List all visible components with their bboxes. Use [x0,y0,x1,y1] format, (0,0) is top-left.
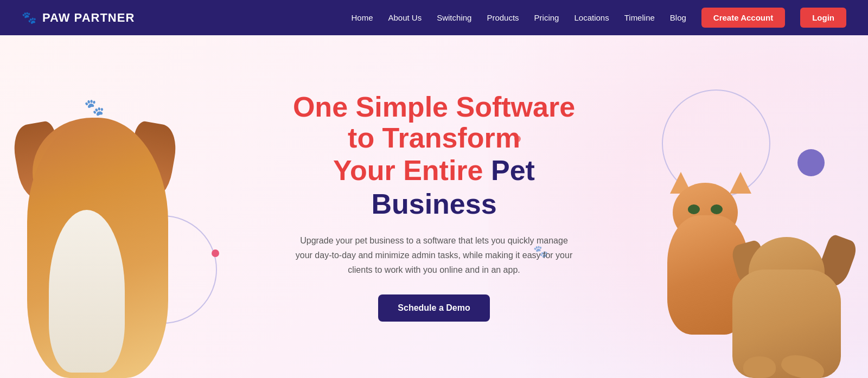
hero-content: One Simple Software to Transform Your En… [266,70,602,344]
paw-icon: 🐾 [22,11,37,25]
nav-pricing[interactable]: Pricing [534,13,559,22]
puppy-paw-left [743,356,776,378]
nav-switching[interactable]: Switching [437,13,471,22]
login-button[interactable]: Login [800,8,846,28]
hero-title-line2-red: Your Entire [333,155,491,186]
brand-name: PAW PARTNER [42,11,135,25]
cat-eye-right [711,204,723,214]
puppy-body [732,270,841,378]
pets-illustration-right [608,53,868,378]
cat-eye-left [688,204,700,214]
create-account-button[interactable]: Create Account [701,8,785,28]
hero-section: 🐾 🐾 One Simple Software to Transform You… [0,35,868,378]
brand-logo[interactable]: 🐾 PAW PARTNER [22,11,135,25]
dog-illustration [0,42,217,378]
nav-locations[interactable]: Locations [574,13,609,22]
puppy-paw-right [779,351,827,378]
puppy-illustration [727,204,857,378]
cat-ear-right [730,172,751,194]
navbar: 🐾 PAW PARTNER Home About Us Switching Pr… [0,0,868,35]
dog-body-group [11,74,184,378]
hero-title-line1: One Simple Software to Transform [277,92,591,153]
schedule-demo-button[interactable]: Schedule a Demo [378,294,489,322]
nav-blog[interactable]: Blog [670,13,686,22]
nav-links: Home About Us Switching Products Pricing… [351,8,846,28]
nav-products[interactable]: Products [487,13,519,22]
nav-about[interactable]: About Us [388,13,422,22]
hero-subtitle: Upgrade your pet business to a software … [293,233,575,278]
nav-timeline[interactable]: Timeline [624,13,655,22]
hero-title-line2: Your Entire Pet Business [277,153,591,221]
dog-white-chest [49,210,125,373]
nav-home[interactable]: Home [351,13,373,22]
